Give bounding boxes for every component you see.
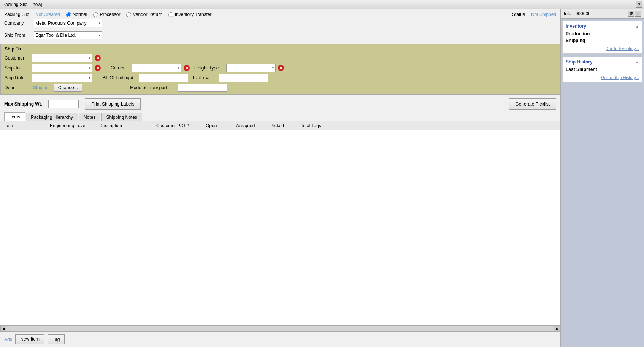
ship-date-dropdown[interactable] [32, 74, 92, 82]
inventory-title-text: Inventory [566, 24, 586, 29]
freight-type-dropdown-wrapper[interactable] [226, 64, 276, 72]
scroll-right-arrow[interactable]: ▶ [554, 326, 560, 332]
new-item-button[interactable]: New Item [15, 334, 44, 344]
ship-from-label: Ship From [4, 33, 31, 38]
col-open: Open [206, 123, 236, 128]
tab-items[interactable]: Items [4, 112, 25, 121]
company-label: Company [4, 21, 31, 26]
print-shipping-labels-button[interactable]: Print Shipping Labels [85, 98, 141, 110]
type-radio-group: Normal Processor Vendor Return Inventory… [66, 12, 506, 17]
add-link[interactable]: Add [4, 337, 12, 342]
right-panel-icons: 🗗 ✕ [628, 11, 641, 17]
shipping-row: Max Shipping Wt. Print Shipping Labels G… [0, 96, 560, 112]
go-to-ship-history-link[interactable]: Go To Ship History... [566, 75, 639, 80]
ship-history-title-text: Ship History [566, 59, 593, 65]
ship-to-dropdown[interactable] [32, 64, 92, 72]
carrier-dropdown[interactable] [132, 64, 181, 72]
customer-clear-button[interactable]: ✕ [95, 55, 101, 61]
tag-button[interactable]: Tag [48, 334, 65, 344]
trailer-input[interactable] [219, 74, 268, 82]
tab-packaging-hierarchy[interactable]: Packaging Hierarchy [26, 113, 78, 121]
tab-shipping-notes[interactable]: Shipping Notes [101, 113, 142, 121]
radio-processor-label: Processor [100, 12, 120, 17]
ship-history-section: Ship History ▲ Last Shipment Go To Ship … [562, 57, 642, 82]
ship-from-dropdown[interactable]: Egar Tool & Die Ltd. [34, 31, 102, 39]
col-item: Item [4, 123, 50, 128]
mode-of-transport-input[interactable] [178, 84, 227, 92]
radio-normal[interactable]: Normal [66, 12, 87, 17]
carrier-dropdown-wrapper[interactable] [132, 64, 181, 72]
ship-to-label: Ship To [5, 65, 29, 71]
col-picked: Picked [270, 123, 301, 128]
title-bar: Packing Slip - [new] ✕ [0, 0, 644, 9]
radio-vendor-return-label: Vendor Return [133, 12, 162, 17]
company-dropdown-wrapper[interactable]: Metal Products Company [34, 19, 102, 27]
max-shipping-wt-input[interactable] [48, 100, 79, 108]
bill-of-lading-input[interactable] [139, 74, 188, 82]
ship-date-label: Ship Date [5, 75, 29, 80]
inventory-section-title: Inventory ▲ [566, 24, 639, 29]
table-header: Item Engineering Level Description Custo… [0, 121, 560, 130]
mode-of-transport-label: Mode of Transport [130, 85, 176, 90]
freight-type-clear-button[interactable]: ✕ [278, 65, 284, 71]
last-shipment-label: Last Shipment [566, 67, 639, 72]
radio-inventory-transfer-input[interactable] [168, 12, 173, 17]
inventory-shipping-item: Shipping [566, 38, 639, 43]
panel-restore-button[interactable]: 🗗 [628, 11, 634, 17]
ship-date-row: Ship Date Bill Of Lading # Trailer # [5, 74, 556, 82]
radio-processor-input[interactable] [93, 12, 98, 17]
scroll-track[interactable] [6, 326, 554, 331]
ship-date-dropdown-wrapper[interactable] [32, 74, 92, 82]
radio-vendor-return-input[interactable] [126, 12, 131, 17]
panel-close-button[interactable]: ✕ [635, 11, 641, 17]
door-label: Door [5, 85, 29, 90]
col-engineering-level: Engineering Level [50, 123, 99, 128]
radio-inventory-transfer-label: Inventory Transfer [175, 12, 212, 17]
scroll-left-arrow[interactable]: ◀ [0, 326, 6, 332]
inventory-collapse-icon[interactable]: ▲ [635, 24, 639, 28]
generate-picklist-button[interactable]: Generate Picklist [509, 98, 556, 110]
col-assigned: Assigned [236, 123, 270, 128]
ship-to-clear-button[interactable]: ✕ [95, 65, 101, 71]
status-value: Not Shipped [531, 12, 556, 17]
ship-to-dropdown-wrapper[interactable] [32, 64, 92, 72]
right-panel-title-text: Info - 000036 [564, 11, 591, 16]
carrier-label: Carrier [111, 65, 130, 71]
freight-type-dropdown[interactable] [226, 64, 276, 72]
radio-vendor-return[interactable]: Vendor Return [126, 12, 162, 17]
table-body [0, 130, 560, 325]
packing-slip-label: Packing Slip [4, 12, 29, 17]
ship-to-row: Ship To ✕ Carrier ✕ Freight Type ✕ [5, 64, 556, 72]
door-row: Door Staging Change... Mode of Transport [5, 84, 556, 92]
ship-from-dropdown-wrapper[interactable]: Egar Tool & Die Ltd. [34, 31, 102, 39]
customer-row: Customer ✕ [5, 54, 556, 62]
carrier-clear-button[interactable]: ✕ [184, 65, 190, 71]
status-label: Status [512, 12, 525, 17]
right-panel-title-bar: Info - 000036 🗗 ✕ [561, 9, 644, 19]
change-button[interactable]: Change... [54, 84, 82, 92]
items-area: Item Engineering Level Description Custo… [0, 121, 560, 325]
trailer-label: Trailer # [192, 75, 217, 80]
close-button[interactable]: ✕ [636, 1, 642, 8]
radio-processor[interactable]: Processor [93, 12, 120, 17]
radio-inventory-transfer[interactable]: Inventory Transfer [168, 12, 212, 17]
horizontal-scrollbar[interactable]: ◀ ▶ [0, 325, 560, 331]
inventory-production-item: Production [566, 31, 639, 36]
ship-from-row: Ship From Egar Tool & Die Ltd. [0, 30, 560, 41]
ship-to-header: Ship To [5, 46, 556, 52]
tab-notes[interactable]: Notes [79, 113, 100, 121]
inventory-section: Inventory ▲ Production Shipping Go To In… [562, 21, 642, 54]
packing-slip-header: Packing Slip Not Created Normal Processo… [0, 9, 560, 18]
customer-dropdown[interactable] [32, 54, 92, 62]
bill-of-lading-label: Bill Of Lading # [102, 75, 136, 80]
col-total-tags: Total Tags [301, 123, 339, 128]
ship-history-collapse-icon[interactable]: ▲ [635, 60, 639, 64]
freight-type-label: Freight Type [194, 65, 224, 71]
radio-normal-input[interactable] [66, 12, 71, 17]
customer-dropdown-wrapper[interactable] [32, 54, 92, 62]
door-staging-value: Staging [33, 85, 49, 90]
max-shipping-wt-label: Max Shipping Wt. [4, 101, 42, 107]
go-to-inventory-link[interactable]: Go To Inventory... [566, 46, 639, 51]
ship-history-section-title: Ship History ▲ [566, 59, 639, 65]
company-dropdown[interactable]: Metal Products Company [34, 19, 102, 27]
